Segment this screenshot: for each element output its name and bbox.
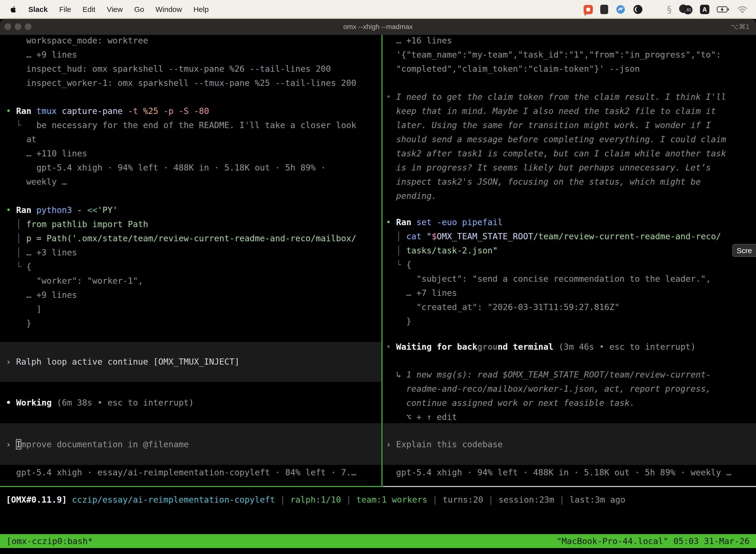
battery-charging-icon[interactable] <box>717 6 730 13</box>
terminal-line: • Ran tmux capture-pane -t %25 -p -S -80 <box>0 104 381 118</box>
terminal-line: inspect_worker-1: omx sparkshell --tmux-… <box>0 76 381 90</box>
terminal-line: weekly … <box>0 175 381 189</box>
window-shortcut-badge: ⌥⌘1 <box>731 19 750 35</box>
terminal-line: workspace_mode: worktree <box>0 35 381 48</box>
terminal-line: │ p = Path('.omx/state/team/review-curre… <box>0 231 381 245</box>
terminal-output-block: gpt-5.4 xhigh · 94% left · 488K in · 5.1… <box>383 465 756 480</box>
terminal-output-block: • Ran set -euo pipefail │ cat "$OMX_TEAM… <box>383 215 756 328</box>
terminal-line: gpt-5.4 xhigh · 94% left · 488K in · 5.1… <box>0 161 381 175</box>
terminal-line: └ be necessary for the end of the README… <box>0 118 381 132</box>
terminal-line: inspect_hud: omx sparkshell --tmux-pane … <box>0 62 381 76</box>
terminal-line: } <box>383 314 756 328</box>
terminal-line: gpt-5.4 xhigh · 94% left · 488K in · 5.1… <box>383 465 756 480</box>
crescent-circle-icon[interactable] <box>633 4 643 14</box>
terminal-line: at <box>0 132 381 147</box>
tmux-session-window-label[interactable]: [omx-cczip0:bash* <box>6 536 93 546</box>
terminal-line: │ tasks/task-2.json" <box>383 243 756 258</box>
prompt-input[interactable]: › Explain this codebase <box>383 423 756 465</box>
terminal-output-block: • Ran tmux capture-pane -t %25 -p -S -80… <box>0 104 381 189</box>
terminal-line: later. Using the same for transition mig… <box>383 118 756 132</box>
terminal-line: … +9 lines <box>0 288 381 302</box>
terminal-line: └ { <box>383 258 756 272</box>
menu-item-slack[interactable]: Slack <box>28 5 48 14</box>
terminal-line: • Working (6m 38s • esc to interrupt) <box>0 396 381 410</box>
terminal-line: │ cat "$OMX_TEAM_STATE_ROOT/team/review-… <box>383 229 756 243</box>
pane-border-bottom-right <box>383 486 756 487</box>
desktop: { "menu_bar": { "app_menu_items": ["Slac… <box>0 0 756 554</box>
terminal-output-block: • Working (6m 38s • esc to interrupt) <box>0 396 381 410</box>
terminal-line: "completed","claim_token":"claim-token"}… <box>383 62 756 76</box>
tmux-host-clock-label: "MacBook-Pro-44.local" 05:03 31-Mar-26 <box>557 536 750 546</box>
dots-grid-icon[interactable] <box>650 5 659 14</box>
terminal-output-block: workspace_mode: worktree … +9 lines insp… <box>0 35 381 90</box>
terminal-line: └ { <box>0 260 381 274</box>
terminal-line: … +7 lines <box>383 286 756 300</box>
terminal-line: • Ran set -euo pipefail <box>383 215 756 229</box>
menu-items: SlackFileEditViewGoWindowHelp <box>28 5 208 14</box>
menu-item-window[interactable]: Window <box>155 5 182 14</box>
omx-status-line: [OMX#0.11.9] cczip/essay/ai-reimplementa… <box>0 493 756 507</box>
menu-item-file[interactable]: File <box>59 5 71 14</box>
terminal-output-block: gpt-5.4 xhigh · essay/ai-reimplementatio… <box>0 465 381 480</box>
terminal-line: readme-and-reco/mailbox/worker-1.json, a… <box>383 382 756 396</box>
terminal-line: … +16 lines <box>383 35 756 48</box>
input-source-a-icon[interactable]: A <box>700 5 709 14</box>
screen-share-chip[interactable]: Scre <box>732 244 756 257</box>
tmux-pane-right[interactable]: … +16 lines '{"team_name":"my-team","tas… <box>383 35 756 486</box>
terminal-line: … +9 lines <box>0 48 381 62</box>
zigzag-badge-icon[interactable] <box>616 4 626 14</box>
terminal-line: › Improve documentation in @filename <box>0 437 381 451</box>
terminal-line: › Ralph loop active continue [OMX_TMUX_I… <box>0 355 381 369</box>
chat-bubble-icon[interactable] <box>584 5 593 14</box>
terminal-line: • Waiting for background terminal (3m 46… <box>383 340 756 354</box>
terminal-line: is in progress? It seems likely but perh… <box>383 161 756 175</box>
keypad-shield-icon[interactable] <box>600 5 608 14</box>
window-title: omx --xhigh --madmax <box>0 19 756 35</box>
pane-border-bottom-left <box>0 486 381 487</box>
terminal-output-block: • Ran python3 - <<'PY' │ from pathlib im… <box>0 203 381 330</box>
terminal-line: inspect task2's JSON, focusing on the st… <box>383 175 756 189</box>
terminal-line: • I need to get the claim token from the… <box>383 90 756 104</box>
terminal-line: gpt-5.4 xhigh · essay/ai-reimplementatio… <box>0 465 381 480</box>
terminal-line: ↳ 1 new msg(s): read $OMX_TEAM_STATE_ROO… <box>383 368 756 382</box>
menu-item-help[interactable]: Help <box>193 5 209 14</box>
terminal-line: … +110 lines <box>0 147 381 161</box>
wifi-icon[interactable] <box>737 5 748 13</box>
terminal-line: '{"team_name":"my-team","task_id":"1","f… <box>383 48 756 62</box>
terminal-line: pending. <box>383 189 756 203</box>
terminal-line: │ from pathlib import Path <box>0 217 381 231</box>
terminal-line: continue assigned work or next feasible … <box>383 396 756 410</box>
menu-bar-status-icons: § ..61 A <box>584 4 756 15</box>
terminal-line: › Explain this codebase <box>383 437 756 451</box>
counter-badge-61-icon[interactable]: ..61 <box>679 4 693 14</box>
terminal-line: should send a message before completing … <box>383 132 756 147</box>
tmux-status-bar: [omx-cczip0:bash* "MacBook-Pro-44.local"… <box>0 534 756 548</box>
terminal-line: │ … +3 lines <box>0 245 381 260</box>
menu-item-view[interactable]: View <box>107 5 123 14</box>
terminal-line: } <box>0 316 381 330</box>
terminal-line: ] <box>0 302 381 316</box>
menu-item-go[interactable]: Go <box>134 5 144 14</box>
macos-menu-bar: SlackFileEditViewGoWindowHelp § ..61 A <box>0 0 756 19</box>
prompt-input[interactable]: › Improve documentation in @filename <box>0 423 381 465</box>
terminal-line: "created_at": "2026-03-31T11:59:27.816Z" <box>383 300 756 314</box>
tmux-pane-left[interactable]: workspace_mode: worktree … +9 lines insp… <box>0 35 381 486</box>
terminal-line: ⌥ + ↑ edit <box>383 410 756 424</box>
apple-menu-icon[interactable] <box>10 5 17 14</box>
terminal-output-block: • Waiting for background terminal (3m 46… <box>383 340 756 354</box>
terminal-line: "worker": "worker-1", <box>0 274 381 288</box>
terminal-line: • Ran python3 - <<'PY' <box>0 203 381 217</box>
terminal-line: task2 after task1 is complete, but can I… <box>383 147 756 161</box>
ralph-loop-banner[interactable]: › Ralph loop active continue [OMX_TMUX_I… <box>0 342 381 382</box>
terminal-output-block: … +16 lines '{"team_name":"my-team","tas… <box>383 35 756 76</box>
terminal-line: keep that in mind. Maybe I also need the… <box>383 104 756 118</box>
terminal-output-block: • I need to get the claim token from the… <box>383 90 756 203</box>
terminal-output-block: ↳ 1 new msg(s): read $OMX_TEAM_STATE_ROO… <box>383 368 756 424</box>
menu-item-edit[interactable]: Edit <box>82 5 96 14</box>
squiggle-icon[interactable]: § <box>667 4 672 15</box>
terminal-line: "subject": "send a concise recommendatio… <box>383 272 756 286</box>
pane-divider-vertical[interactable] <box>381 35 382 487</box>
window-title-bar[interactable]: omx --xhigh --madmax ⌥⌘1 <box>0 19 756 35</box>
